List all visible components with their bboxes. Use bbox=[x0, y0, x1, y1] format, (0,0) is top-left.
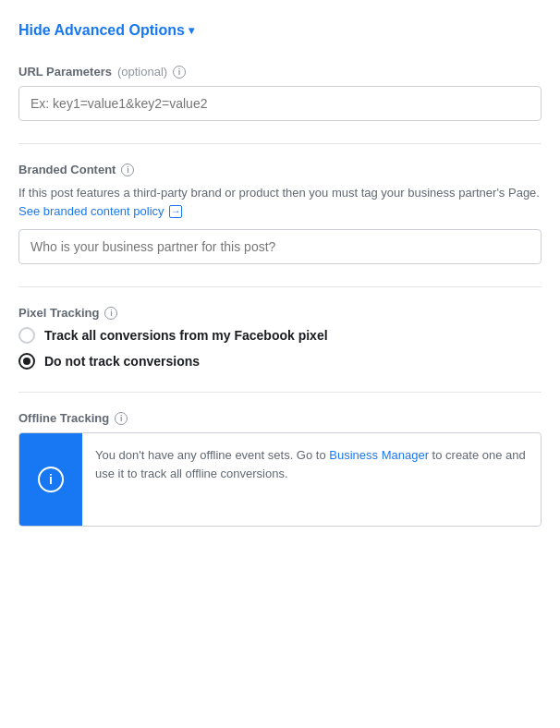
pixel-tracking-options: Track all conversions from my Facebook p… bbox=[18, 327, 542, 370]
divider-1 bbox=[18, 143, 542, 144]
offline-info-icon: i bbox=[38, 467, 64, 492]
business-manager-link[interactable]: Business Manager bbox=[329, 448, 429, 462]
pixel-tracking-label: Pixel Tracking i bbox=[18, 306, 542, 320]
branded-content-policy-link[interactable]: See branded content policy bbox=[18, 204, 164, 218]
chevron-down-icon: ▾ bbox=[189, 24, 194, 37]
optional-text: (optional) bbox=[117, 65, 167, 79]
no-track-label: Do not track conversions bbox=[44, 354, 200, 369]
track-all-radio[interactable]: Track all conversions from my Facebook p… bbox=[18, 327, 542, 344]
offline-tracking-label: Offline Tracking i bbox=[18, 411, 542, 425]
branded-content-info-icon[interactable]: i bbox=[121, 164, 134, 176]
hide-advanced-options-button[interactable]: Hide Advanced Options ▾ bbox=[18, 22, 542, 39]
divider-2 bbox=[18, 286, 542, 287]
offline-tracking-text: You don't have any offline event sets. G… bbox=[82, 433, 541, 526]
url-parameters-info-icon[interactable]: i bbox=[173, 66, 186, 79]
external-link-icon bbox=[169, 205, 182, 218]
offline-tracking-box: i You don't have any offline event sets.… bbox=[18, 432, 542, 527]
offline-tracking-section: Offline Tracking i i You don't have any … bbox=[18, 411, 542, 527]
branded-content-label: Branded Content i bbox=[18, 163, 542, 176]
no-track-radio[interactable]: Do not track conversions bbox=[18, 353, 542, 370]
no-track-radio-circle bbox=[18, 353, 35, 370]
hide-advanced-label: Hide Advanced Options bbox=[18, 22, 185, 39]
track-all-radio-circle bbox=[18, 327, 35, 344]
url-parameters-section: URL Parameters (optional) i bbox=[18, 65, 542, 121]
branded-content-section: Branded Content i If this post features … bbox=[18, 163, 542, 264]
business-partner-input[interactable] bbox=[18, 229, 542, 264]
track-all-label: Track all conversions from my Facebook p… bbox=[44, 328, 328, 343]
divider-3 bbox=[18, 392, 542, 393]
branded-content-description: If this post features a third-party bran… bbox=[18, 184, 542, 220]
offline-tracking-info-icon[interactable]: i bbox=[115, 412, 128, 425]
url-parameters-label: URL Parameters (optional) i bbox=[18, 65, 542, 79]
offline-info-bar: i bbox=[19, 433, 82, 526]
pixel-tracking-section: Pixel Tracking i Track all conversions f… bbox=[18, 306, 542, 370]
url-parameters-input[interactable] bbox=[18, 86, 542, 121]
pixel-tracking-info-icon[interactable]: i bbox=[104, 307, 117, 320]
